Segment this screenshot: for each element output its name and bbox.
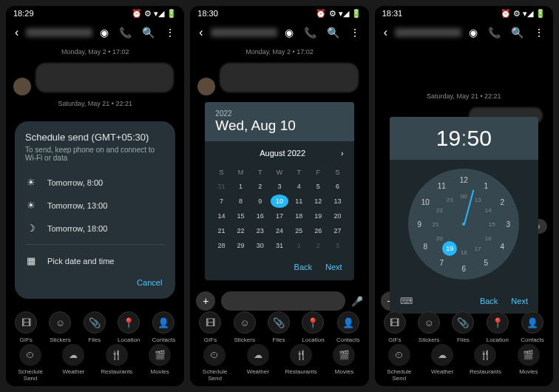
day-22[interactable]: 22	[232, 224, 250, 237]
action-movies[interactable]: 🎬Movies	[328, 344, 360, 382]
day-19[interactable]: 19	[309, 209, 327, 223]
day-3[interactable]: 3	[271, 180, 288, 193]
strip-contacts[interactable]: 👤Contacts	[521, 311, 544, 343]
day-25[interactable]: 25	[290, 224, 308, 237]
day-21[interactable]: 21	[212, 224, 230, 237]
avatar[interactable]	[13, 78, 31, 95]
day-24[interactable]: 24	[271, 224, 288, 237]
day-14[interactable]: 14	[212, 209, 230, 223]
day-4[interactable]: 4	[290, 180, 308, 193]
action-weather[interactable]: ☁Weather	[242, 344, 274, 382]
rcs-icon[interactable]: ◉	[469, 27, 478, 38]
strip-gifs[interactable]: 🎞GIFs	[15, 311, 37, 343]
search-icon[interactable]: 🔍	[511, 27, 524, 38]
minute[interactable]: 50	[467, 126, 491, 150]
next-button[interactable]: Next	[511, 297, 528, 305]
day-2[interactable]: 2	[251, 180, 269, 193]
message-bubble[interactable]	[220, 63, 358, 92]
day-27[interactable]: 27	[328, 224, 346, 237]
contact-name[interactable]	[26, 28, 92, 37]
strip-files[interactable]: 📎Files	[84, 311, 106, 343]
clock-face[interactable]: 121234567891011001314151617181920212223	[408, 169, 519, 280]
more-icon[interactable]: ⋮	[350, 27, 360, 38]
day-26[interactable]: 26	[309, 224, 327, 237]
day-31[interactable]: 31	[271, 239, 288, 252]
action-weather[interactable]: ☁Weather	[426, 344, 458, 382]
more-icon[interactable]: ⋮	[534, 27, 544, 38]
action-restaurants[interactable]: 🍴Restaurants	[101, 344, 133, 382]
day-15[interactable]: 15	[232, 209, 250, 223]
day-18[interactable]: 18	[290, 209, 308, 223]
action-movies[interactable]: 🎬Movies	[143, 344, 176, 382]
option-evening[interactable]: ☽Tomorrow, 18:00	[25, 217, 165, 240]
contact-name[interactable]	[211, 28, 277, 37]
current-month[interactable]: August 2022	[260, 149, 305, 158]
day-23[interactable]: 23	[251, 224, 269, 237]
day-7[interactable]: 7	[212, 195, 230, 208]
message-bubble[interactable]	[35, 63, 174, 92]
action-restaurants[interactable]: 🍴Restaurants	[469, 344, 501, 382]
day-9[interactable]: 9	[251, 195, 269, 208]
message-input[interactable]	[221, 291, 345, 311]
back-button[interactable]: Back	[480, 297, 498, 305]
screen-datepicker: 18:30 ⏰ ⚙ ▾◢ 🔋 ‹ ◉ 📞 🔍 ⋮ Monday, May 2 •…	[190, 6, 368, 386]
call-icon[interactable]: 📞	[119, 27, 132, 38]
rcs-icon[interactable]: ◉	[285, 27, 294, 38]
mic-icon[interactable]: 🎤	[351, 296, 363, 307]
rcs-icon[interactable]: ◉	[100, 27, 109, 38]
strip-files[interactable]: 📎Files	[452, 311, 474, 343]
day-5[interactable]: 5	[309, 180, 327, 193]
strip-stickers[interactable]: ☺Stickers	[49, 311, 71, 343]
day-8[interactable]: 8	[232, 195, 250, 208]
cancel-button[interactable]: Cancel	[25, 272, 165, 288]
back-button[interactable]: Back	[294, 263, 312, 271]
strip-gifs[interactable]: 🎞GIFs	[384, 311, 406, 343]
strip-gifs[interactable]: 🎞GIFs	[199, 311, 221, 343]
day-12[interactable]: 12	[309, 195, 327, 208]
contact-name[interactable]	[395, 28, 461, 37]
search-icon[interactable]: 🔍	[142, 27, 155, 38]
day-13[interactable]: 13	[328, 195, 346, 208]
hour[interactable]: 19	[436, 126, 461, 150]
strip-stickers[interactable]: ☺Stickers	[418, 311, 440, 343]
day-28[interactable]: 28	[212, 239, 230, 252]
day-6[interactable]: 6	[328, 180, 346, 193]
action-movies[interactable]: 🎬Movies	[512, 344, 545, 382]
strip-files[interactable]: 📎Files	[268, 311, 290, 343]
back-icon[interactable]: ‹	[384, 26, 387, 39]
option-afternoon[interactable]: ☀Tomorrow, 13:00	[25, 194, 165, 217]
action-restaurants[interactable]: 🍴Restaurants	[285, 344, 317, 382]
day-17[interactable]: 17	[271, 209, 288, 223]
action-schedule-send[interactable]: ⏲Schedule Send	[14, 344, 47, 382]
back-icon[interactable]: ‹	[199, 26, 203, 39]
action-weather[interactable]: ☁Weather	[57, 344, 89, 382]
call-icon[interactable]: 📞	[304, 27, 316, 38]
strip-contacts[interactable]: 👤Contacts	[152, 311, 176, 343]
strip-contacts[interactable]: 👤Contacts	[336, 311, 360, 343]
selected-year[interactable]: 2022	[215, 109, 343, 118]
strip-location[interactable]: 📍Location	[118, 311, 140, 343]
day-29[interactable]: 29	[232, 239, 250, 252]
attach-button[interactable]: +	[196, 291, 215, 311]
next-month-icon[interactable]: ›	[341, 149, 344, 158]
day-16[interactable]: 16	[251, 209, 269, 223]
back-icon[interactable]: ‹	[15, 26, 18, 39]
day-1[interactable]: 1	[232, 180, 250, 193]
day-20[interactable]: 20	[328, 209, 346, 223]
avatar[interactable]	[197, 78, 215, 95]
day-11[interactable]: 11	[290, 195, 308, 208]
call-icon[interactable]: 📞	[488, 27, 501, 38]
strip-location[interactable]: 📍Location	[487, 311, 509, 343]
day-10[interactable]: 10	[271, 195, 288, 208]
strip-stickers[interactable]: ☺Stickers	[234, 311, 256, 343]
action-schedule-send[interactable]: ⏲Schedule Send	[198, 344, 231, 382]
next-button[interactable]: Next	[325, 263, 342, 271]
option-morning[interactable]: ☀Tomorrow, 8:00	[25, 171, 165, 194]
day-30[interactable]: 30	[251, 239, 269, 252]
strip-location[interactable]: 📍Location	[302, 311, 324, 343]
search-icon[interactable]: 🔍	[327, 27, 339, 38]
more-icon[interactable]: ⋮	[165, 27, 175, 38]
action-schedule-send[interactable]: ⏲Schedule Send	[383, 344, 416, 382]
keyboard-icon[interactable]: ⌨	[400, 296, 413, 306]
option-pick-datetime[interactable]: ▦Pick date and time	[25, 249, 165, 272]
